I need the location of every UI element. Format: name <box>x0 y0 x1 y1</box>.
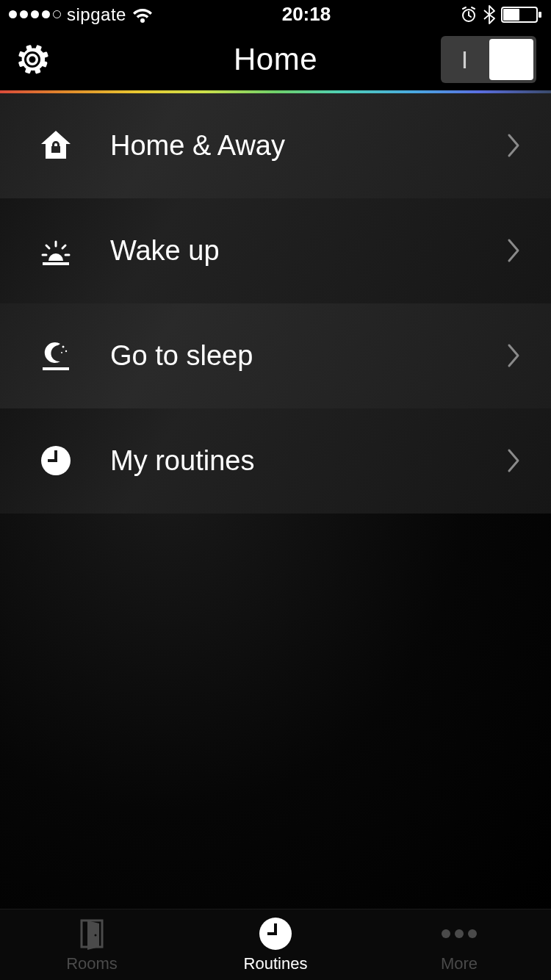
status-bar: sipgate 20:18 <box>0 0 551 29</box>
chevron-right-icon <box>507 238 522 263</box>
moon-icon <box>34 338 78 373</box>
routine-home-away[interactable]: Home & Away <box>0 93 551 198</box>
alarm-icon <box>460 6 478 24</box>
svg-point-7 <box>65 350 67 352</box>
tab-more[interactable]: More <box>367 909 551 980</box>
routine-go-to-sleep[interactable]: Go to sleep <box>0 303 551 408</box>
routine-label: My routines <box>78 445 507 477</box>
routine-my-routines[interactable]: My routines <box>0 408 551 514</box>
battery-icon <box>501 6 542 24</box>
content-scroll[interactable]: Home & Away Wake up Go to sleep <box>0 93 551 909</box>
toggle-knob <box>489 39 533 80</box>
page-title: Home <box>234 42 317 77</box>
door-icon <box>77 916 107 951</box>
routine-label: Wake up <box>78 235 507 267</box>
nav-bar: Home I <box>0 29 551 90</box>
clock-icon <box>259 916 292 951</box>
svg-point-6 <box>62 346 65 348</box>
status-time: 20:18 <box>282 3 331 26</box>
routine-wake-up[interactable]: Wake up <box>0 198 551 303</box>
routine-label: Go to sleep <box>78 340 507 372</box>
chevron-right-icon <box>507 133 522 158</box>
home-lock-icon <box>34 128 78 163</box>
svg-point-12 <box>95 934 97 936</box>
svg-point-8 <box>61 352 62 353</box>
svg-point-0 <box>140 18 145 23</box>
tab-routines[interactable]: Routines <box>184 909 367 980</box>
carrier-label: sipgate <box>67 4 126 25</box>
sunrise-icon <box>34 233 78 268</box>
toggle-off-label: I <box>441 46 489 74</box>
clock-icon <box>34 443 78 478</box>
routine-label: Home & Away <box>78 130 507 162</box>
settings-button[interactable] <box>15 42 50 77</box>
bluetooth-icon <box>483 5 495 24</box>
power-toggle[interactable]: I <box>441 36 536 83</box>
tab-bar: Rooms Routines More <box>0 909 551 980</box>
tab-label: Routines <box>244 954 308 973</box>
more-icon <box>442 916 477 951</box>
signal-strength-icon <box>9 10 61 18</box>
chevron-right-icon <box>507 448 522 473</box>
tab-label: Rooms <box>66 954 118 973</box>
tab-label: More <box>441 954 478 973</box>
svg-rect-3 <box>503 9 519 21</box>
svg-rect-9 <box>43 367 69 370</box>
svg-rect-5 <box>43 262 69 265</box>
svg-rect-4 <box>539 12 541 18</box>
gear-icon <box>15 42 50 77</box>
chevron-right-icon <box>507 343 522 368</box>
empty-space <box>0 514 551 909</box>
wifi-icon <box>132 7 153 23</box>
tab-rooms[interactable]: Rooms <box>0 909 184 980</box>
routines-list: Home & Away Wake up Go to sleep <box>0 93 551 514</box>
